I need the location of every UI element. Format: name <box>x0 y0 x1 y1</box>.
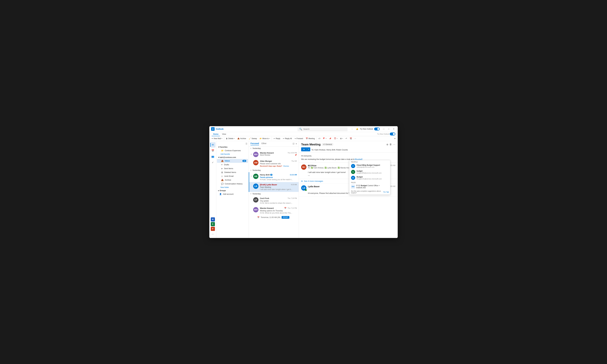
date-separator-2[interactable]: ▾ Yesterday <box>249 169 299 172</box>
meeting-icon: 📅 <box>306 138 308 140</box>
dismiss-button[interactable]: Dismiss <box>283 165 289 167</box>
popup-name-budget-upper: Budget <box>357 176 389 178</box>
reply-dropdown-button[interactable]: ▾ <box>307 147 310 151</box>
reply-send-button[interactable]: ➤ <box>301 147 307 151</box>
see-more-label: See 4 more messages <box>304 180 323 182</box>
tab-focused[interactable]: Focused <box>251 142 259 145</box>
filter-checkmark-icon[interactable]: ☑ <box>293 143 295 145</box>
try-new-toggle[interactable] <box>374 128 380 130</box>
new-mail-button[interactable]: ✏ New Mail ▾ <box>211 137 223 140</box>
email-item-wanda-meeting[interactable]: ▸ WH Wanda Howard 📅 Thu 7:12 PM Meeting … <box>249 206 299 215</box>
date-separator-3[interactable]: ▾ Yesterday <box>249 192 299 196</box>
expand-henry-icon[interactable]: ▸ <box>251 175 252 177</box>
reply-all-label: Reply All <box>285 138 292 140</box>
sidebar-item-people[interactable]: 👥 <box>210 154 216 159</box>
forward-button[interactable]: ↪ Forward <box>293 137 304 140</box>
meeting-button[interactable]: 📅 Meeting <box>305 137 316 140</box>
notification-icon[interactable]: 🔔 <box>355 127 359 131</box>
reading-header-actions: ⊕ 🗑 ⋯ <box>386 143 395 146</box>
email-content-cecil: Cecil Fork Thu 7:19 PM Org update Hi All… <box>260 197 297 204</box>
email-item-allan[interactable]: ▸ AM Allan Munger Thu 5/5 Please send cu… <box>249 158 299 169</box>
add-favorite-link[interactable]: Add favorite <box>216 153 249 156</box>
try-new-toggle-ribbon[interactable] <box>390 132 395 135</box>
sidebar-item-calendar[interactable]: 📅 <box>210 148 216 153</box>
minimize-button[interactable]: — <box>381 127 386 131</box>
email-item-cecil[interactable]: ▸ CF Cecil Fork Thu 7:19 PM Org update H… <box>249 196 299 206</box>
more-apps-icon[interactable]: ··· <box>210 232 216 237</box>
reply-icon: ↩ <box>274 138 275 140</box>
tasks-icon: ✓ <box>212 161 214 164</box>
expand-thread-icon[interactable]: ▸ <box>251 153 252 155</box>
recipient-katri: Katri Ahokas; <box>313 167 324 169</box>
collapse-ribbon-icon: ▾ <box>394 138 395 140</box>
email-time-wanda-deck: Thu 6:54 PM <box>288 152 297 154</box>
avatar-lydia2: LB ✓ <box>301 185 306 191</box>
more-ribbon-button[interactable]: ··· <box>353 137 357 140</box>
email-item-lydia-draft[interactable]: ▸ LB [Draft] Lydia Bauer 9:20 AM Team Me… <box>249 182 299 192</box>
move-to-button[interactable]: 📂 Move to ▾ <box>258 137 271 140</box>
time-button[interactable]: ⏰ ▾ <box>333 137 339 140</box>
email-item-wanda-deck[interactable]: ▸ WH Wanda Howard Thu 6:54 PM Deck Revie… <box>249 150 299 158</box>
rsvp-button[interactable]: RSVP <box>282 216 289 219</box>
tab-other[interactable]: Other <box>261 142 267 145</box>
henry-badge: 2 <box>270 174 273 176</box>
popup-item-cloud-mktg[interactable]: C Cloud Mktg Budget Support cetbulge@mic… <box>349 163 390 169</box>
popup-expand-icon[interactable]: ↗ <box>387 191 389 193</box>
more-options-button[interactable]: ··· <box>350 127 354 131</box>
sidebar-item-archive[interactable]: 📥 Archive <box>217 178 248 182</box>
tab-home[interactable]: Home <box>212 132 220 136</box>
sidebar-item-inbox[interactable]: 📥 Inbox 14 <box>217 159 248 163</box>
maximize-button[interactable]: □ <box>387 127 391 131</box>
sidebar-item-sent[interactable]: ➤ Sent Items <box>217 167 248 170</box>
favorites-section[interactable]: ▾ Favorites <box>216 145 249 149</box>
new-folder-link[interactable]: New folder <box>216 186 249 189</box>
sidebar-item-deleted[interactable]: 🗑 Deleted Items <box>217 170 248 174</box>
email-sender-henry: Henry Brill 2 <box>260 174 272 176</box>
collapse-ribbon-button[interactable]: ▾ <box>393 137 396 140</box>
sort-icon[interactable]: ≡ <box>296 143 297 145</box>
add-account-item[interactable]: 👤 Add account <box>217 192 248 196</box>
search-input[interactable] <box>303 128 346 130</box>
tab-view[interactable]: View <box>220 132 228 136</box>
pin-button[interactable]: 📌 <box>328 137 333 140</box>
groups-section[interactable]: ▸ Groups <box>216 189 249 192</box>
sweep-button[interactable]: 🧹 Sweep <box>248 137 258 140</box>
sidebar-collapse-icon[interactable]: ☰ <box>245 143 247 145</box>
popup-item-budget-lower[interactable]: b budget budget385@service.microsoft.com <box>349 169 390 175</box>
more-reading-icon[interactable]: ⋯ <box>393 143 395 146</box>
calendar2-icon: 📆 <box>350 138 352 140</box>
account-section[interactable]: ▾ katri@contoso.com <box>216 156 249 159</box>
date-separator-1[interactable]: ▾ Yesterday <box>249 146 299 150</box>
excel-app-icon[interactable]: E <box>211 222 215 226</box>
emoji-reaction[interactable]: ··· <box>308 174 310 177</box>
sidebar-item-drafts[interactable]: ✏ Drafts <box>217 163 248 167</box>
search-bar[interactable]: 🔍 <box>297 127 348 131</box>
sidebar-item-mail[interactable]: ✉ <box>210 142 216 147</box>
yes-link[interactable]: Yes <box>383 191 386 193</box>
sidebar-item-conv-history[interactable]: 💬 Conversation History <box>217 182 248 186</box>
popup-file-fy22[interactable]: xlsx FY22 Budget Control Office + Outloo… <box>349 184 390 190</box>
calendar2-button[interactable]: 📆 <box>349 137 353 140</box>
sidebar-item-tasks[interactable]: ✓ <box>210 160 216 165</box>
reply-button[interactable]: ↩ Reply <box>272 137 282 140</box>
add-reading-action-icon[interactable]: ⊕ <box>386 143 388 146</box>
delete-reading-icon[interactable]: 🗑 <box>390 143 392 146</box>
reply-all-button[interactable]: ↩ Reply All <box>282 137 293 140</box>
word-app-icon[interactable]: W <box>211 217 215 221</box>
archive-button[interactable]: 📥 Archive <box>236 137 247 140</box>
ppt-app-icon[interactable]: P <box>211 227 215 231</box>
calendar-event-time: Tomorrow, 11:00 AM (30r <box>261 216 280 218</box>
calendar-small-icon: 📅 <box>284 207 286 209</box>
flag-button[interactable]: 🚩 ▾ <box>322 137 328 140</box>
delete-button[interactable]: 🗑 Delete ▾ <box>225 137 236 140</box>
tags-button[interactable]: 🏷 <box>317 137 322 140</box>
close-button[interactable]: ✕ <box>391 127 396 131</box>
sidebar-item-contoso-expenses[interactable]: 📁 Contoso Expenses <box>217 149 248 153</box>
undo-button[interactable]: ↶ <box>344 137 348 140</box>
email-item-henry[interactable]: ▸ HB Henry Brill 2 11:21 AM Tennis pictu… <box>249 172 299 182</box>
email-meta-cecil: Cecil Fork Thu 7:19 PM <box>260 197 297 199</box>
popup-item-budget-upper[interactable]: B Budget Budget131@service.microsoft.com <box>349 175 390 181</box>
grid-button[interactable]: ⊞ ▾ <box>339 137 344 140</box>
sidebar-item-junk[interactable]: ⚠ Junk Email <box>217 174 248 178</box>
email-content-wanda-deck: Wanda Howard Thu 6:54 PM Deck Review 📌 <box>260 152 297 156</box>
